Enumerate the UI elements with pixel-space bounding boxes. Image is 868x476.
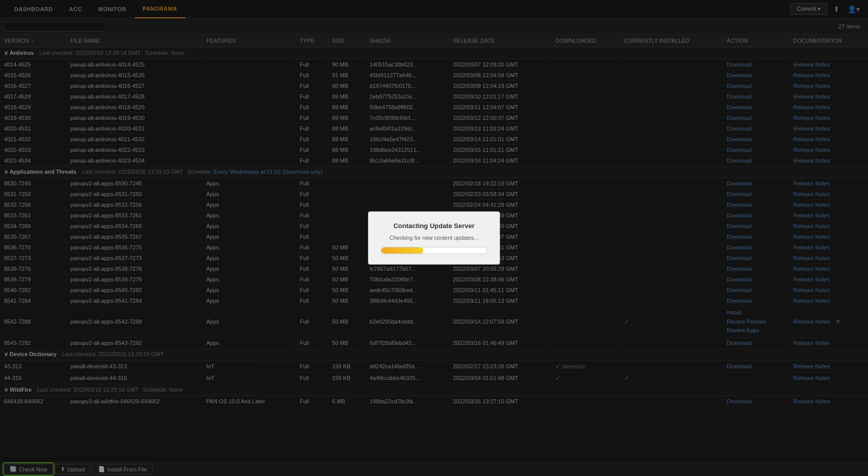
progress-bar [381,247,487,254]
modal-title: Contacting Update Server [381,222,487,230]
modal-box: Contacting Update Server Checking for ne… [368,211,500,265]
modal-overlay: Contacting Update Server Checking for ne… [0,0,868,458]
modal-message: Checking for new content updates... [381,235,487,241]
progress-fill [381,247,423,253]
